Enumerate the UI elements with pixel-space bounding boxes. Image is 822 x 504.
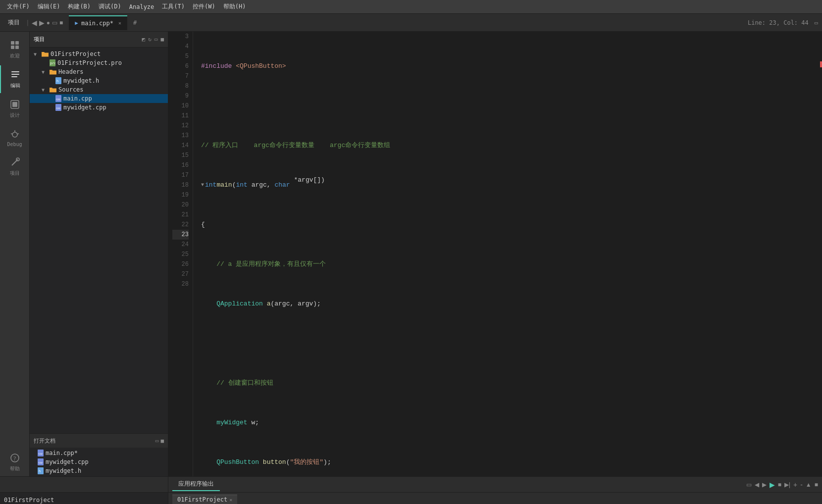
folder-icon-headers [50,69,56,75]
arrow-project: ▼ [34,51,40,57]
open-file-mywidget-h[interactable]: h mywidget.h [30,466,168,475]
tree-item-main-cpp[interactable]: cpp main.cpp [30,94,168,103]
output-btn-1[interactable]: ▭ [746,481,752,489]
file-icon-cpp-main: cpp [55,95,61,102]
output-btn-forward[interactable]: ▶ [762,481,767,489]
ln-8: 8 [172,81,189,91]
ln-15: 15 [172,151,189,160]
nav-split[interactable]: ▭ [52,19,57,26]
nav-expand[interactable]: ■ [59,19,63,26]
sidebar-item-project[interactable]: 项目 [0,153,29,181]
tree-item-sources[interactable]: ▼ Sources [30,85,168,94]
sidebar-item-help[interactable]: ? 帮助 [0,449,29,476]
ln-20: 20 [172,200,189,210]
menu-item-7[interactable]: 帮助(H) [220,1,249,12]
tree-item-pro[interactable]: pro 01FirstProject.pro [30,58,168,67]
code-line-9: QApplication a(argc, argv); [201,299,814,309]
expand-icon[interactable]: ▭ [815,19,818,26]
line-numbers: 3 4 5 6 7 8 9 10 11 12 13 14 15 16 17 18… [168,32,193,476]
ln-24: 24 [172,240,189,250]
debug-section-header [0,477,168,493]
svg-text:h: h [39,469,41,473]
open-files-expand-icon[interactable]: ▭ [155,438,159,444]
tree-item-mywidget-h[interactable]: h mywidget.h [30,76,168,85]
sidebar-icons: 欢迎 编辑 设计 Debug [0,32,30,476]
editor-content[interactable]: 3 4 5 6 7 8 9 10 11 12 13 14 15 16 17 18… [168,32,822,476]
debug-project-name: 01FirstProject [4,497,164,504]
nav-back[interactable]: ◀ [32,19,37,27]
svg-rect-1 [15,41,19,45]
nav-home[interactable]: ● [47,19,50,26]
svg-text:?: ? [13,455,16,462]
output-subtab-bar: 01FirstProject ✕ [168,493,822,504]
menu-item-5[interactable]: 工具(T) [159,1,188,12]
menu-item-6[interactable]: 控件(W) [190,1,218,12]
filter-icon[interactable]: ◩ [142,36,146,43]
ln-18: 18 [172,180,189,190]
open-files-close-icon[interactable]: ■ [160,438,164,444]
app-output-tab[interactable]: 应用程序输出 [172,478,220,491]
file-tree-panel: 项目 ◩ ↻ ▭ ■ ▼ 01FirstProject pro 01FirstP… [30,32,168,476]
svg-text:cpp: cpp [56,106,60,110]
split-view-icon[interactable]: ▭ [154,36,158,43]
sidebar-label-debug: Debug [7,142,22,147]
menu-item-3[interactable]: 调试(D) [96,1,124,12]
open-files-label: 打开文档 [34,437,55,445]
menu-item-0[interactable]: 文件(F) [4,1,33,12]
open-files-section: 打开文档 ▭ ■ cpp main.cpp* cpp mywidget.cpp … [30,433,168,476]
sidebar-label-welcome: 欢迎 [10,52,20,59]
tab-close-btn[interactable]: ✕ [118,20,121,26]
ln-9: 9 [172,91,189,101]
sync-icon[interactable]: ↻ [148,36,152,43]
sidebar-item-welcome[interactable]: 欢迎 [0,36,29,63]
svg-rect-3 [15,46,19,49]
menu-item-2[interactable]: 构建(B) [65,1,94,12]
menu-item-1[interactable]: 编辑(E) [35,1,63,12]
edit-icon [10,69,21,80]
output-project-tab[interactable]: 01FirstProject ✕ [172,495,237,504]
svg-rect-4 [11,71,19,72]
file-icon-h: h [55,77,61,84]
menu-item-4[interactable]: Analyze [126,2,157,11]
ln-5: 5 [172,51,189,61]
active-tab[interactable]: ▶ main.cpp* ✕ [69,15,127,30]
bug-icon [9,129,20,140]
sidebar-item-edit[interactable]: 编辑 [0,65,29,93]
svg-text:cpp: cpp [56,98,60,101]
output-btn-back[interactable]: ◀ [755,481,759,489]
svg-rect-6 [11,76,17,77]
nav-forward[interactable]: ▶ [39,19,45,27]
tree-item-project[interactable]: ▼ 01FirstProject [30,50,168,58]
debug-project-info: 01FirstProject Debug ▶ [0,493,168,504]
code-line-11: // 创建窗口和按钮 [201,378,814,388]
output-tab-close-icon[interactable]: ✕ [229,497,232,503]
open-file-main-cpp[interactable]: cpp main.cpp* [30,449,168,457]
tree-item-mywidget-cpp[interactable]: cpp mywidget.cpp [30,103,168,112]
ln-26: 26 [172,259,189,269]
output-btn-3[interactable]: ▶| [784,481,790,489]
ln-7: 7 [172,71,189,81]
ln-25: 25 [172,250,189,259]
line-col-status: Line: 23, Col: 44 [748,19,809,26]
sidebar-item-debug[interactable]: Debug [0,125,29,151]
file-name-pro: 01FirstProject.pro [57,59,122,66]
svg-point-9 [12,132,17,137]
open-files-actions: ▭ ■ [155,438,164,444]
code-area[interactable]: #include <QPushButton> // 程序入口 argc命令行变量… [193,32,822,476]
close-panel-icon[interactable]: ■ [160,36,164,43]
svg-text:cpp: cpp [38,461,43,464]
output-btn-minus[interactable]: - [800,481,803,489]
output-btn-run[interactable]: ▶ [770,481,775,489]
ln-6: 6 [172,61,189,71]
sidebar-item-design[interactable]: 设计 [0,95,29,123]
output-expand[interactable]: ▲ [806,481,812,489]
code-line-13: QPushButton button("我的按钮"); [201,457,814,467]
file-icon-tab: ▶ [75,20,78,26]
code-line-12: myWidget w; [201,418,814,428]
output-btn-stop[interactable]: ■ [778,481,781,489]
open-file-mywidget-cpp[interactable]: cpp mywidget.cpp [30,457,168,466]
output-close[interactable]: ■ [815,481,818,489]
fold-arrow-6[interactable]: ▼ [201,180,204,190]
output-btn-add[interactable]: + [793,481,797,489]
tree-item-headers[interactable]: ▼ Headers [30,67,168,76]
